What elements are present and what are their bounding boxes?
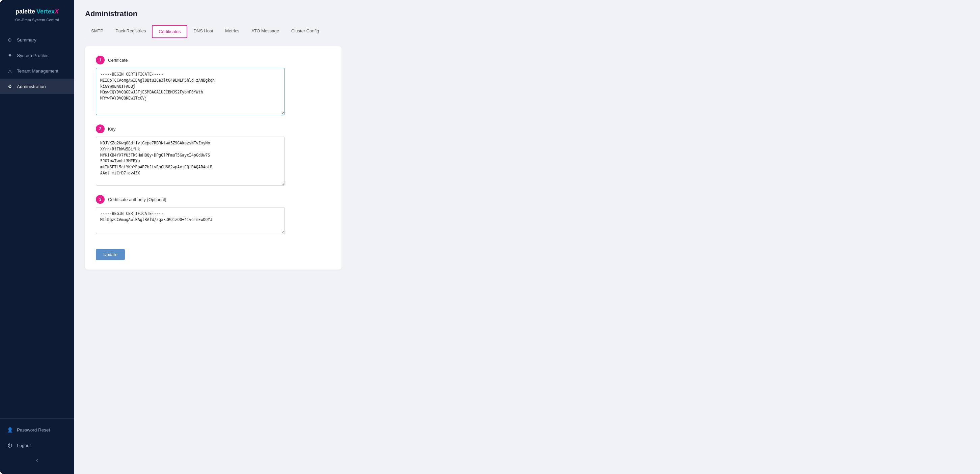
system-profiles-icon: ≡: [7, 52, 13, 58]
certificate-authority-number: 3: [96, 195, 105, 204]
sidebar-item-administration[interactable]: ⚙ Administration: [0, 79, 74, 94]
tab-cluster-config[interactable]: Cluster Config: [285, 25, 325, 38]
certificate-textarea[interactable]: -----BEGIN CERTIFICATE----- MIIDoTCCAomg…: [96, 68, 285, 115]
sidebar-item-system-profiles[interactable]: ≡ System Profiles: [0, 48, 74, 63]
system-label: On-Prem System Control: [15, 18, 59, 22]
tab-smtp[interactable]: SMTP: [85, 25, 109, 38]
sidebar-item-summary[interactable]: ⊙ Summary: [0, 32, 74, 48]
administration-icon: ⚙: [7, 83, 13, 89]
certificate-authority-section: 3 Certificate authority (Optional) -----…: [96, 195, 331, 235]
logo-vertex: VertexX: [37, 8, 59, 15]
tab-metrics[interactable]: Metrics: [219, 25, 245, 38]
sidebar-item-label-administration: Administration: [17, 84, 46, 89]
certificate-authority-textarea[interactable]: -----BEGIN CERTIFICATE----- MIlDgzCCAmug…: [96, 207, 285, 234]
sidebar: palette VertexX On-Prem System Control ⊙…: [0, 0, 74, 474]
sidebar-bottom: 👤 Password Reset ⏻ Logout ‹: [0, 418, 74, 474]
update-button[interactable]: Update: [96, 249, 125, 260]
key-section: 2 Key NBJVKZq2KwqO8df1vlGepe7RBRKtwa5Z9G…: [96, 124, 331, 187]
sidebar-item-label-password-reset: Password Reset: [17, 428, 50, 433]
sidebar-item-password-reset[interactable]: 👤 Password Reset: [0, 422, 74, 437]
summary-icon: ⊙: [7, 37, 13, 43]
sidebar-item-label-logout: Logout: [17, 443, 31, 448]
sidebar-item-label-tenant-management: Tenant Management: [17, 68, 58, 73]
tab-dns-host[interactable]: DNS Host: [187, 25, 219, 38]
main-content: Administration SMTP Pack Registries Cert…: [74, 0, 980, 474]
sidebar-item-logout[interactable]: ⏻ Logout: [0, 437, 74, 453]
certificate-header: 1 Certificate: [96, 56, 331, 64]
sidebar-nav: ⊙ Summary ≡ System Profiles △ Tenant Man…: [0, 29, 74, 418]
logo-palette: palette: [16, 8, 35, 15]
tab-pack-registries[interactable]: Pack Registries: [109, 25, 152, 38]
logout-icon: ⏻: [7, 442, 13, 449]
collapse-button[interactable]: ‹: [0, 453, 74, 467]
collapse-icon: ‹: [36, 457, 38, 463]
logo-area: palette VertexX On-Prem System Control: [0, 0, 74, 29]
sidebar-item-label-system-profiles: System Profiles: [17, 53, 49, 58]
sidebar-item-label-summary: Summary: [17, 37, 37, 43]
key-textarea[interactable]: NBJVKZq2KwqO8df1vlGepe7RBRKtwa5Z9GAkazsN…: [96, 137, 285, 186]
tab-ato-message[interactable]: ATO Message: [245, 25, 285, 38]
certificate-authority-header: 3 Certificate authority (Optional): [96, 195, 331, 204]
tab-bar: SMTP Pack Registries Certificates DNS Ho…: [85, 25, 969, 38]
certificates-card: 1 Certificate -----BEGIN CERTIFICATE----…: [85, 46, 342, 270]
password-reset-icon: 👤: [7, 427, 13, 433]
certificate-section: 1 Certificate -----BEGIN CERTIFICATE----…: [96, 56, 331, 116]
key-number: 2: [96, 124, 105, 133]
sidebar-item-tenant-management[interactable]: △ Tenant Management: [0, 63, 74, 79]
tab-certificates[interactable]: Certificates: [152, 25, 187, 38]
page-title: Administration: [85, 10, 969, 18]
tenant-management-icon: △: [7, 68, 13, 74]
key-label: Key: [108, 127, 115, 132]
certificate-number: 1: [96, 56, 105, 64]
certificate-authority-label: Certificate authority (Optional): [108, 197, 166, 202]
certificate-label: Certificate: [108, 58, 128, 63]
key-header: 2 Key: [96, 124, 331, 133]
